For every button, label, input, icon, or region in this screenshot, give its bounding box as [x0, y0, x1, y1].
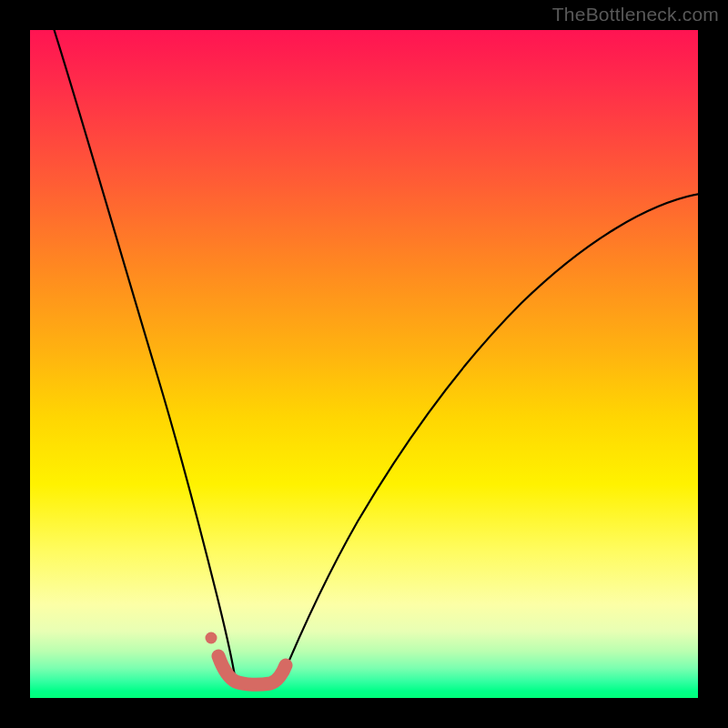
plot-area	[30, 30, 698, 698]
left-branch	[53, 30, 236, 682]
watermark-text: TheBottleneck.com	[552, 4, 719, 25]
curve-layer	[30, 30, 698, 698]
right-branch	[280, 194, 698, 682]
isolated-dot	[206, 632, 217, 644]
basin-marker	[218, 656, 286, 684]
chart-frame: TheBottleneck.com	[0, 0, 728, 728]
